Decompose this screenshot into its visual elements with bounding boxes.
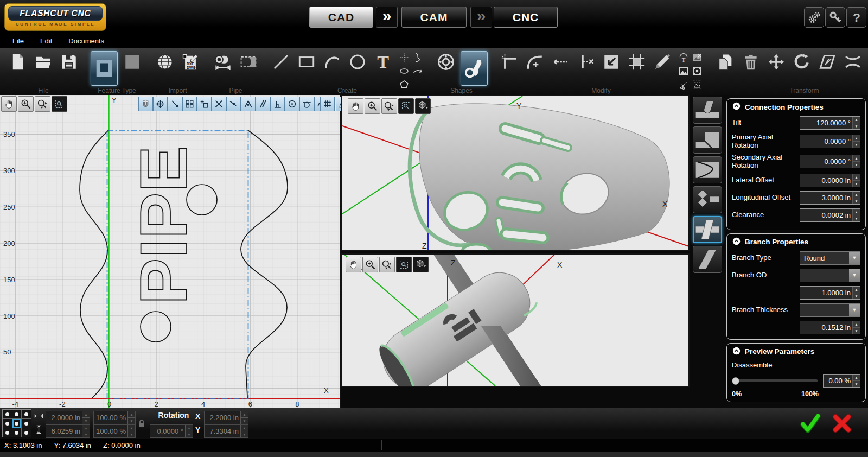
menu-item-documents[interactable]: Documents — [60, 35, 112, 47]
spin-up-button[interactable]: ▲ — [82, 411, 90, 418]
nearest-snap-button[interactable] — [226, 97, 241, 111]
connection-properties-header[interactable]: Connection Properties — [732, 101, 860, 112]
spin-down-button[interactable]: ▼ — [241, 431, 248, 437]
spin-down-button[interactable]: ▼ — [853, 328, 860, 334]
spin-field[interactable]: 2.0000 in▲▼ — [46, 411, 90, 424]
collapse-icon[interactable] — [732, 237, 741, 247]
branch-type-dropdown[interactable]: Round▼ — [800, 251, 860, 265]
pipe-sheet-button[interactable] — [238, 51, 259, 73]
parallel-snap-button[interactable] — [256, 97, 270, 111]
trim-button[interactable] — [575, 51, 597, 73]
zoom-window-button[interactable] — [35, 96, 50, 112]
flange-button[interactable] — [435, 51, 457, 73]
spin-down-button[interactable]: ▼ — [241, 418, 248, 424]
help-button[interactable]: ? — [846, 7, 866, 28]
anchor-cell[interactable] — [22, 428, 31, 437]
cad-canvas[interactable]: Y X 35030025020015010050 -4-202468 PIPE — [0, 95, 340, 408]
spin-down-button[interactable]: ▼ — [853, 215, 860, 221]
3d-view-bottom[interactable]: Z X — [341, 253, 690, 387]
intersection-snap-button[interactable] — [212, 97, 226, 111]
pipe-shapes-button[interactable] — [461, 51, 488, 86]
spin-field[interactable]: 100.00 %▲▼ — [93, 411, 136, 424]
zoom-extents-button[interactable] — [398, 98, 414, 114]
corner-button[interactable] — [499, 51, 520, 73]
spin-field[interactable]: 0.0000 °▲▼ — [800, 135, 860, 148]
aspect-lock-icon[interactable] — [138, 419, 145, 430]
tangent-snap-button[interactable] — [299, 97, 314, 111]
anchor-point-grid[interactable] — [2, 409, 31, 437]
grid-snap-button[interactable] — [182, 97, 197, 111]
cam-mode-button[interactable]: CAM — [401, 7, 467, 28]
3d-view-top[interactable]: Y X Z — [341, 95, 690, 251]
point-button[interactable] — [398, 51, 411, 64]
anchor-cell[interactable] — [22, 410, 31, 418]
cancel-button[interactable] — [831, 412, 853, 436]
zoom-in-button[interactable] — [362, 257, 378, 272]
arc-button[interactable] — [321, 51, 343, 73]
spin-up-button[interactable]: ▲ — [82, 425, 90, 431]
dropdown-chevron-icon[interactable]: ▼ — [849, 269, 860, 282]
feature-plain-button[interactable] — [122, 51, 143, 73]
pipe-3d-model[interactable] — [410, 104, 669, 250]
connection-type-profile-joint-button[interactable] — [693, 156, 722, 183]
anchor-cell-center-selected[interactable] — [12, 419, 22, 428]
anchor-cell[interactable] — [3, 410, 12, 418]
stretch-button[interactable] — [842, 51, 864, 73]
new-document-button[interactable] — [7, 51, 29, 73]
spin-up-button[interactable]: ▲ — [853, 174, 860, 181]
spin-up-button[interactable]: ▲ — [128, 411, 135, 418]
pipe-size-button[interactable] — [212, 51, 234, 73]
spin-field[interactable]: 0.00 %▲▼ — [823, 374, 860, 388]
text-button[interactable]: T — [372, 51, 394, 73]
spin-up-button[interactable]: ▲ — [241, 425, 248, 431]
perpendicular-snap-button[interactable] — [270, 97, 285, 111]
spin-down-button[interactable]: ▼ — [128, 431, 135, 437]
spline-button[interactable] — [411, 51, 424, 64]
spin-up-button[interactable]: ▲ — [853, 375, 860, 381]
cam-to-cnc-chevron-icon[interactable]: » — [470, 7, 492, 28]
spin-up-button[interactable]: ▲ — [128, 425, 135, 431]
shear-button[interactable] — [816, 51, 838, 73]
cad-2d-view[interactable]: Y X 35030025020015010050 -4-202468 PIPE — [0, 95, 341, 408]
menu-item-edit[interactable]: Edit — [32, 35, 60, 47]
endpoint-snap-button[interactable] — [168, 97, 182, 111]
connection-type-notch-joint-button[interactable] — [693, 97, 722, 124]
origin-snap-button[interactable] — [153, 97, 168, 111]
spin-up-button[interactable]: ▲ — [853, 209, 860, 215]
spin-down-button[interactable]: ▼ — [853, 123, 860, 129]
cad-mode-button[interactable]: CAD — [309, 7, 373, 28]
connection-type-cross-joint-button[interactable] — [693, 216, 722, 243]
anchor-cell[interactable] — [12, 410, 22, 418]
dropdown-chevron-icon[interactable]: ▼ — [849, 304, 860, 316]
import-dxf-dwg-button[interactable]: DXFDWG — [180, 51, 201, 73]
save-document-button[interactable] — [58, 51, 80, 73]
rotate-button[interactable] — [791, 51, 813, 73]
anchor-cell[interactable] — [12, 428, 22, 437]
open-document-button[interactable] — [33, 51, 54, 73]
spin-field[interactable]: 100.00 %▲▼ — [93, 424, 136, 438]
collapse-icon[interactable] — [732, 101, 741, 112]
center-mark-button[interactable] — [691, 65, 704, 78]
zoom-window-button[interactable] — [379, 257, 395, 272]
anchor-cell[interactable] — [3, 428, 12, 437]
pan-button[interactable] — [348, 98, 363, 114]
curve-arrow-button[interactable] — [411, 65, 424, 78]
spin-field[interactable]: 0.0000 in▲▼ — [800, 174, 860, 187]
branch-od-dropdown[interactable]: ▼ — [800, 269, 860, 282]
grid-display-button[interactable] — [320, 97, 335, 111]
spin-down-button[interactable]: ▼ — [82, 418, 90, 424]
pan-button[interactable] — [1, 96, 17, 112]
line-button[interactable] — [270, 51, 292, 73]
edit-tools-button[interactable] — [652, 51, 673, 73]
zoom-in-button[interactable] — [18, 96, 34, 112]
view-cube-button[interactable] — [415, 98, 431, 114]
pipe-assembly-3d-model[interactable] — [372, 255, 542, 386]
spin-field[interactable]: 6.0259 in▲▼ — [46, 424, 90, 438]
spin-down-button[interactable]: ▼ — [853, 381, 860, 387]
cnc-mode-button[interactable]: CNC — [494, 7, 558, 28]
anchor-cell[interactable] — [22, 419, 31, 428]
spin-field[interactable]: 3.0000 in▲▼ — [800, 191, 860, 205]
key-button[interactable] — [825, 7, 845, 28]
text-arc-button[interactable]: T — [677, 51, 690, 64]
spin-up-button[interactable]: ▲ — [853, 321, 860, 328]
